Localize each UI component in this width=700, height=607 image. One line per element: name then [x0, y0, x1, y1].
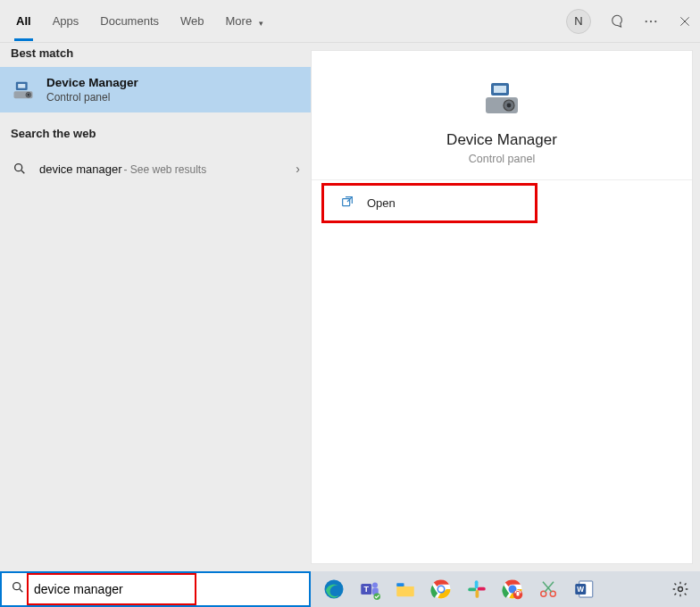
best-match-subtitle: Control panel — [46, 91, 138, 104]
open-action-label: Open — [367, 196, 396, 210]
results-list: Best match Device Manager Control panel … — [0, 43, 311, 571]
preview-title: Device Manager — [446, 131, 557, 149]
svg-point-7 — [28, 94, 29, 96]
svg-rect-28 — [476, 590, 479, 598]
web-result-text: device manager - See web results — [39, 162, 206, 176]
svg-rect-27 — [468, 588, 476, 592]
open-action[interactable]: Open — [322, 184, 537, 222]
search-tabs: All Apps Documents Web More ▾ — [16, 2, 263, 40]
device-manager-icon — [480, 78, 523, 121]
word-icon[interactable]: W — [571, 577, 596, 602]
web-result-query: device manager — [39, 162, 122, 176]
svg-point-0 — [646, 20, 647, 21]
edge-icon[interactable] — [321, 577, 346, 602]
svg-point-8 — [15, 164, 22, 171]
feedback-icon[interactable] — [609, 13, 625, 29]
taskbar: T W — [0, 571, 700, 607]
tab-web[interactable]: Web — [180, 2, 204, 40]
search-results-panel: All Apps Documents Web More ▾ N Best mat… — [0, 0, 700, 571]
tab-all[interactable]: All — [16, 2, 31, 40]
chrome-icon[interactable] — [429, 577, 454, 602]
web-result-item[interactable]: device manager - See web results › — [0, 147, 311, 190]
svg-rect-22 — [396, 583, 404, 586]
preview-header: Device Manager Control panel — [312, 51, 692, 180]
search-web-label: Search the web — [0, 112, 311, 147]
chrome-canary-icon[interactable] — [500, 577, 525, 602]
chevron-down-icon: ▾ — [259, 19, 263, 28]
search-icon — [11, 156, 29, 181]
best-match-label: Best match — [0, 43, 311, 67]
svg-rect-29 — [478, 587, 486, 591]
svg-point-1 — [650, 20, 652, 21]
svg-rect-10 — [494, 86, 506, 93]
best-match-text: Device Manager Control panel — [46, 76, 138, 104]
svg-point-19 — [372, 583, 378, 588]
more-options-icon[interactable] — [643, 13, 659, 29]
teams-icon[interactable]: T — [357, 577, 382, 602]
svg-point-25 — [438, 586, 444, 592]
device-manager-icon — [11, 78, 36, 103]
svg-point-13 — [507, 104, 512, 108]
avatar[interactable]: N — [566, 9, 591, 34]
search-icon — [11, 580, 25, 598]
best-match-title: Device Manager — [46, 76, 138, 89]
search-header: All Apps Documents Web More ▾ N — [0, 0, 700, 43]
preview-pane: Device Manager Control panel Open — [311, 50, 693, 564]
slack-icon[interactable] — [464, 577, 489, 602]
search-body: Best match Device Manager Control panel … — [0, 43, 700, 571]
tab-more[interactable]: More ▾ — [226, 2, 263, 40]
tab-documents[interactable]: Documents — [100, 2, 159, 40]
svg-point-15 — [13, 583, 21, 590]
taskbar-apps: T W — [311, 577, 596, 602]
preview-subtitle: Control panel — [469, 153, 535, 165]
svg-rect-26 — [475, 580, 479, 588]
tab-apps[interactable]: Apps — [53, 2, 79, 40]
header-right: N — [566, 9, 693, 34]
svg-point-39 — [679, 587, 683, 592]
web-result-hint: - See web results — [124, 163, 207, 176]
close-icon[interactable] — [677, 13, 693, 29]
svg-text:W: W — [577, 586, 584, 594]
svg-point-2 — [654, 20, 656, 21]
settings-icon[interactable] — [670, 578, 691, 600]
open-icon — [340, 195, 354, 212]
file-explorer-icon[interactable] — [393, 577, 418, 602]
svg-text:T: T — [364, 585, 370, 594]
best-match-item[interactable]: Device Manager Control panel — [0, 67, 311, 112]
snipping-tool-icon[interactable] — [536, 577, 561, 602]
svg-rect-33 — [517, 592, 520, 596]
chevron-right-icon: › — [296, 162, 300, 176]
svg-rect-4 — [18, 84, 25, 88]
taskbar-search-box[interactable] — [0, 571, 311, 607]
tab-more-label: More — [226, 14, 253, 28]
search-input[interactable] — [34, 582, 300, 596]
